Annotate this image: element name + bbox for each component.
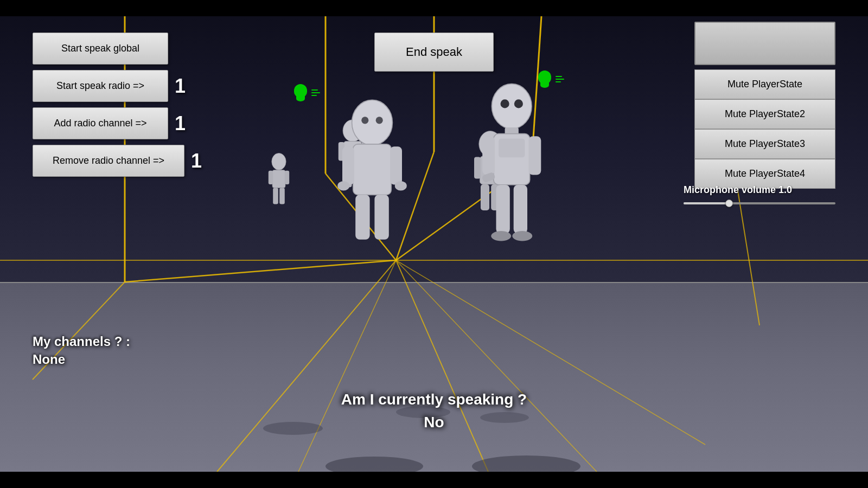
right-panel: Mute PlayerState Mute PlayerState2 Mute …	[694, 22, 835, 189]
end-speak-button-container: End speak	[374, 33, 494, 72]
volume-slider[interactable]	[684, 202, 835, 204]
speaking-status-line1: Am I currently speaking ?	[341, 388, 527, 411]
start-speak-radio-button[interactable]: Start speak radio =>	[33, 70, 168, 102]
speaking-indicator-2	[537, 70, 564, 88]
volume-label: Microphone volume 1.0	[684, 184, 835, 196]
end-speak-button[interactable]: End speak	[374, 33, 494, 72]
speaking-status-line2: No	[341, 411, 527, 434]
mute-player-state3-button[interactable]: Mute PlayerState3	[694, 129, 835, 159]
volume-section: Microphone volume 1.0	[684, 184, 835, 204]
preview-box	[694, 22, 835, 65]
floor	[0, 282, 868, 488]
start-speak-radio-number: 1	[175, 75, 186, 98]
remove-radio-channel-number: 1	[191, 150, 202, 172]
start-speak-global-button[interactable]: Start speak global	[33, 33, 168, 65]
speaking-status: Am I currently speaking ? No	[341, 388, 527, 434]
channels-info-line2: None	[33, 350, 130, 369]
bottom-bar	[0, 472, 868, 488]
channels-info: My channels ? : None	[33, 332, 130, 369]
volume-slider-thumb[interactable]	[725, 200, 733, 207]
game-viewport: Start speak global Start speak radio => …	[0, 0, 868, 488]
channels-info-line1: My channels ? :	[33, 332, 130, 351]
add-radio-channel-row: Add radio channel => 1	[33, 107, 202, 139]
mute-player-state-button[interactable]: Mute PlayerState	[694, 69, 835, 99]
remove-radio-channel-row: Remove radio channel => 1	[33, 145, 202, 177]
speaking-indicator-1	[293, 84, 320, 101]
start-speak-radio-row: Start speak radio => 1	[33, 70, 202, 102]
top-bar	[0, 0, 868, 16]
add-radio-channel-button[interactable]: Add radio channel =>	[33, 107, 168, 139]
remove-radio-channel-button[interactable]: Remove radio channel =>	[33, 145, 184, 177]
mute-player-state2-button[interactable]: Mute PlayerState2	[694, 99, 835, 129]
add-radio-channel-number: 1	[175, 112, 186, 135]
left-panel: Start speak global Start speak radio => …	[33, 33, 202, 177]
volume-slider-fill	[684, 202, 729, 204]
